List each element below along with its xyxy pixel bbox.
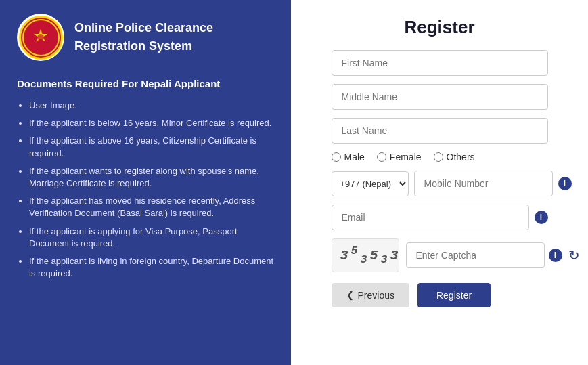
refresh-captcha-icon[interactable]: ↻ bbox=[566, 247, 583, 263]
email-info-icon[interactable]: i bbox=[535, 211, 548, 224]
registration-form: Male Female Others +977 (Nepal) +1 (USA)… bbox=[332, 50, 548, 307]
title-line2: Registration System bbox=[74, 37, 213, 56]
list-item: If the applicant is applying for Visa Pu… bbox=[29, 226, 274, 250]
phone-row: +977 (Nepal) +1 (USA) +91 (India) i bbox=[332, 171, 548, 196]
captcha-info-icon[interactable]: i bbox=[549, 249, 562, 262]
captcha-row: 353533 i ↻ bbox=[332, 238, 548, 272]
docs-list: User Image. If the applicant is below 16… bbox=[17, 100, 274, 280]
register-button[interactable]: Register bbox=[417, 283, 491, 307]
list-item: If the applicant is living in foreign co… bbox=[29, 255, 274, 280]
country-code-select[interactable]: +977 (Nepal) +1 (USA) +91 (India) bbox=[332, 171, 409, 196]
email-input[interactable] bbox=[332, 205, 529, 230]
gender-female-text: Female bbox=[390, 152, 422, 163]
gender-female-label[interactable]: Female bbox=[377, 152, 422, 163]
right-panel: Register Male Female Others +977 (Nepal)… bbox=[291, 0, 588, 365]
gender-radio-group: Male Female Others bbox=[332, 152, 548, 163]
logo-circle bbox=[17, 14, 64, 61]
chevron-left-icon: ❮ bbox=[346, 290, 354, 300]
email-row: i bbox=[332, 205, 548, 230]
docs-heading: Documents Required For Nepali Applicant bbox=[17, 78, 274, 89]
logo-ring bbox=[22, 19, 60, 56]
title-line1: Online Police Clearance bbox=[74, 19, 213, 37]
captcha-input-wrap: i ↻ bbox=[406, 242, 583, 268]
gender-male-text: Male bbox=[344, 152, 365, 163]
phone-info-icon[interactable]: i bbox=[558, 177, 572, 190]
first-name-input[interactable] bbox=[332, 50, 548, 76]
captcha-input[interactable] bbox=[406, 242, 545, 268]
list-item: If the applicant has moved his residence… bbox=[29, 195, 274, 219]
gender-others-text: Others bbox=[447, 152, 475, 163]
previous-label: Previous bbox=[358, 290, 394, 301]
header-title: Online Police Clearance Registration Sys… bbox=[74, 19, 213, 56]
list-item: If the applicant wants to register along… bbox=[29, 165, 274, 190]
gender-female-radio[interactable] bbox=[377, 152, 386, 162]
captcha-image: 353533 bbox=[332, 238, 399, 272]
buttons-row: ❮ Previous Register bbox=[332, 283, 548, 307]
header-section: Online Police Clearance Registration Sys… bbox=[17, 14, 274, 61]
list-item: If the applicant is above 16 years, Citi… bbox=[29, 135, 274, 159]
register-label: Register bbox=[436, 290, 472, 301]
list-item: If the applicant is below 16 years, Mino… bbox=[29, 117, 274, 129]
gender-others-label[interactable]: Others bbox=[434, 152, 475, 163]
logo-inner bbox=[19, 16, 63, 60]
mobile-number-input[interactable] bbox=[414, 171, 553, 196]
left-panel: Online Police Clearance Registration Sys… bbox=[0, 0, 291, 365]
info-symbol: i bbox=[564, 179, 566, 188]
info-symbol-email: i bbox=[540, 213, 542, 222]
previous-button[interactable]: ❮ Previous bbox=[332, 283, 409, 307]
gender-others-radio[interactable] bbox=[434, 152, 443, 162]
gender-male-label[interactable]: Male bbox=[332, 152, 365, 163]
last-name-input[interactable] bbox=[332, 118, 548, 144]
middle-name-input[interactable] bbox=[332, 84, 548, 110]
list-item: User Image. bbox=[29, 100, 274, 112]
info-symbol-captcha: i bbox=[554, 251, 556, 260]
page-title: Register bbox=[404, 17, 474, 38]
gender-male-radio[interactable] bbox=[332, 152, 341, 162]
